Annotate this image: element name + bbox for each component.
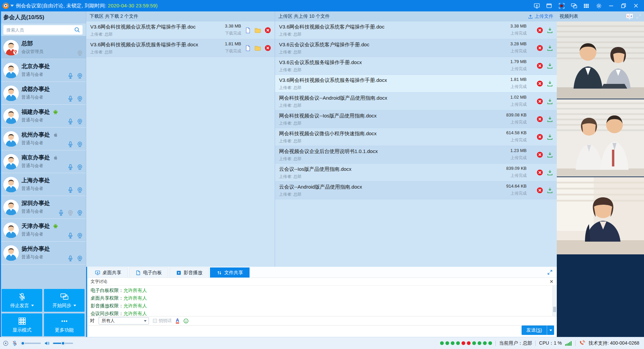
search-icon[interactable] [74,27,80,33]
mic-icon[interactable] [67,232,74,239]
font-color-icon[interactable]: A [176,318,179,323]
delete-file-icon[interactable] [536,62,543,69]
chat-close-icon[interactable]: ✕ [549,279,553,284]
download-file-icon[interactable] [546,116,553,123]
participant-row[interactable]: 扬州办事处 普通与会者 [0,242,86,264]
open-file-icon[interactable] [245,27,251,34]
tab-whiteboard[interactable]: 电子白板 [129,267,168,278]
download-file-icon[interactable] [546,45,553,52]
delete-file-icon[interactable] [536,27,543,34]
download-file-icon[interactable] [546,27,553,34]
upload-file-row[interactable]: V3.6云会议会议系统客户端操作手册.doc 上传者: 总部 3.28 MB 上… [275,39,557,57]
delete-file-icon[interactable] [536,169,543,176]
participant-row[interactable]: 深圳办事处 普通与会者 [0,196,86,219]
download-file-icon[interactable] [546,187,553,194]
mic-icon[interactable] [67,72,74,79]
upload-file-row[interactable]: V3.6云会议系统服务端操作手册.docx 上传者: 总部 1.79 MB 上传… [275,57,557,75]
camera-icon[interactable] [76,141,83,148]
delete-file-icon[interactable] [536,45,543,52]
video-expand-icon[interactable] [636,14,641,19]
record-icon[interactable] [558,2,565,9]
mic-icon[interactable] [67,164,74,170]
upload-file-row[interactable]: 网会科技视频会议--Android版产品使用指南.docx 上传者: 总部 1.… [275,93,557,110]
mic-icon[interactable] [67,118,74,125]
mic-volume-slider[interactable] [21,343,41,344]
delete-file-icon[interactable] [536,116,543,123]
camera-icon[interactable] [76,187,83,193]
camera-icon[interactable] [76,164,83,170]
screen-number-icon[interactable]: 12 [626,13,633,19]
delete-file-icon[interactable] [536,151,543,158]
participant-row[interactable]: 成都办事处 普通与会者 [0,82,86,105]
download-file-icon[interactable] [546,169,553,176]
camera-off-icon[interactable] [76,50,83,56]
tab-media-play[interactable]: 影音播放 [169,267,209,278]
maximize-icon[interactable] [620,2,627,9]
upload-file-row[interactable]: 网会视频会议企业后台使用说明书1.0.1.docx 上传者: 总部 1.23 M… [275,146,557,164]
expand-panel-icon[interactable] [547,269,553,275]
participant-row[interactable]: 总部 会议管理员 [0,36,86,59]
camera-icon[interactable] [76,232,83,239]
mic-icon[interactable] [67,141,74,148]
upload-file-row[interactable]: 网会科技视频会议微信小程序快速指南.docx 上传者: 总部 614.58 KB… [275,128,557,146]
camera-icon[interactable] [76,209,83,216]
device-sync-icon[interactable] [571,2,577,9]
chat-message-input[interactable]: 发送(S) [87,326,557,337]
stop-speaking-button[interactable]: 停止发言 [2,289,42,312]
camera-icon[interactable] [76,95,83,102]
participant-row[interactable]: 杭州办事处 普通与会者 [0,128,86,150]
whiteboard-icon[interactable] [546,2,552,9]
video-thumbnail[interactable] [557,99,644,177]
video-thumbnail[interactable] [557,177,644,255]
whisper-checkbox[interactable]: 悄悄话 [153,318,172,324]
download-file-row[interactable]: V3.6网会科技视频会议系统服务端操作手册.docx 上传者: 总部 1.81 … [86,39,275,57]
download-file-icon[interactable] [546,80,553,87]
speaker-volume-slider[interactable] [53,343,73,344]
mic-icon[interactable] [67,187,74,193]
camera-icon[interactable] [76,118,83,125]
participant-row[interactable]: 天津办事处 普通与会者 [0,219,86,242]
delete-file-icon[interactable] [536,80,543,87]
checkbox-icon[interactable] [153,319,157,323]
search-input[interactable] [3,25,83,35]
menu-chevron-icon[interactable] [10,5,14,7]
layout-grid-icon[interactable] [583,2,590,9]
emoji-icon[interactable] [183,318,189,324]
upload-file-row[interactable]: 云会议--Android版产品使用指南.docx 上传者: 总部 914.64 … [275,182,557,199]
participant-row[interactable]: 福建办事处 普通与会者 [0,105,86,128]
tab-desktop-share[interactable]: 桌面共享 [88,267,128,278]
more-functions-button[interactable]: 更多功能 [44,313,85,336]
tab-file-share[interactable]: 文件共享 [210,267,250,278]
open-folder-icon[interactable] [254,45,261,52]
dropdown-caret-icon[interactable] [73,305,76,306]
camera-icon[interactable] [76,72,83,79]
send-button[interactable]: 发送(S) [522,326,554,335]
chat-scrollbar[interactable] [552,286,557,316]
mic-icon[interactable] [67,255,74,262]
mic-icon[interactable] [58,209,64,216]
open-file-icon[interactable] [245,45,251,51]
delete-file-icon[interactable] [536,98,543,105]
scrollbar-thumb[interactable] [553,307,556,312]
download-file-icon[interactable] [546,98,553,105]
settings-gear-icon[interactable] [595,2,602,9]
start-sync-button[interactable]: 开始同步 [44,289,85,312]
delete-file-icon[interactable] [536,187,543,194]
camera-icon[interactable] [76,255,83,262]
dropdown-caret-icon[interactable] [31,305,34,306]
download-file-row[interactable]: V3.6网会科技视频会议系统客户端操作手册.doc 上传者: 总部 3.38 M… [86,21,275,39]
record-indicator-icon[interactable] [3,340,9,346]
open-folder-icon[interactable] [254,27,261,34]
participant-row[interactable]: 南京办事处 普通与会者 [0,150,86,173]
upload-file-button[interactable]: 上传文件 [528,13,553,19]
close-icon[interactable] [633,2,639,9]
video-thumbnail[interactable] [557,21,644,99]
participant-row[interactable]: 北京办事处 普通与会者 [0,59,86,82]
send-options-caret[interactable] [547,326,554,335]
download-file-icon[interactable] [546,134,553,141]
download-file-icon[interactable] [546,62,553,69]
slider-handle[interactable] [61,341,65,345]
delete-file-icon[interactable] [264,27,271,34]
minimize-icon[interactable] [608,2,614,9]
speaker-icon[interactable] [44,340,50,346]
